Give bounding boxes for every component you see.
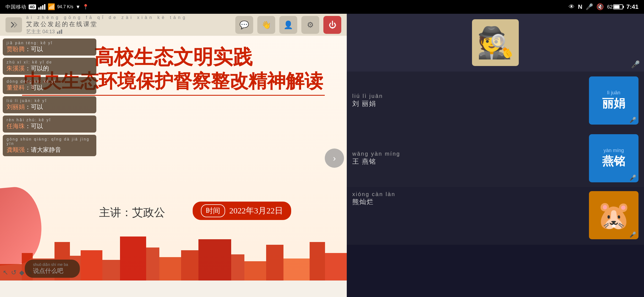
mute-icon: 🔇 — [596, 3, 604, 10]
location-icon: 📍 — [83, 4, 89, 10]
msg-content-3: 刘丽娟：可以 — [7, 103, 47, 111]
msg-content-5: 龚顺强：请大家静音 — [7, 146, 92, 154]
participant-wang-mute-icon: 🎤 — [629, 174, 636, 181]
user-button[interactable]: 👤 — [279, 16, 297, 34]
participant-card-xiong-canlan: xióng càn làn 熊灿烂 🐹 🎤 — [347, 187, 644, 245]
download-icon: ▼ — [75, 4, 80, 10]
chat-message-3: liú lì juān: kě yǐ 刘丽娟：可以 — [3, 96, 96, 113]
tool-undo-icon[interactable]: ↺ — [11, 269, 17, 276]
presenter-info: 主讲：艾政公 — [99, 205, 165, 220]
chat-messages: jiǎ pàn téng: kě yǐ 贾盼腾：可以 zhū xī xī: kě… — [3, 38, 96, 156]
eye-icon: 👁 — [569, 3, 575, 10]
participant-wang-pinyin: wāng yàn míng — [352, 151, 583, 157]
right-panel-bottom — [347, 245, 644, 297]
msg-pinyin-5: gōng shùn qiáng: qǐng dà jiā jìng yīn — [7, 137, 92, 146]
msg-content-2: 董登科：可以 — [7, 84, 56, 92]
next-button[interactable]: › — [325, 148, 344, 168]
tool-arrow-icon[interactable]: ↖ — [3, 269, 8, 276]
participant-liu-avatar: lì juān 丽娟 🎤 — [589, 76, 638, 125]
participant-xiong-pinyin: xióng càn làn — [352, 191, 583, 197]
status-right: 👁 N 🎤 🔇 62 7:41 — [569, 3, 638, 10]
participant-xiong-name: 熊灿烂 — [352, 197, 583, 206]
participant-top-mute-icon: 🎤 — [631, 60, 640, 69]
participant-liu-av-cn: 丽娟 — [602, 96, 625, 111]
msg-pinyin-1: zhū xī xī: kě yǐ de — [7, 60, 52, 64]
msg-pinyin-3: liú lì juān: kě yǐ — [7, 98, 47, 103]
main-content-area: ài zhèng gōng fā qǐ de zài xiàn kè táng … — [0, 14, 347, 297]
top-bar-icons: 💬 👋 👤 ⚙ ⏻ — [235, 16, 341, 34]
status-bar: 中国移动 4G 📶 94.7 K/s ▼ 📍 👁 N 🎤 🔇 62 7:41 — [0, 0, 644, 14]
msg-pinyin-2: dòng dēng kē: kě yǐ — [7, 79, 56, 84]
msg-content-4: 任海珠：可以 — [7, 122, 51, 130]
participant-liu-name: 刘 丽娟 — [352, 99, 583, 108]
slide-area: 高校生态文明实践 中央生态环境保护督察整改精神解读 jiǎ pàn téng: … — [0, 36, 347, 280]
participant-card-liu-lijuan: liú lì juān 刘 丽娟 lì juān 丽娟 🎤 — [347, 72, 644, 129]
power-button[interactable]: ⏻ — [323, 16, 341, 34]
msg-pinyin-0: jiǎ pàn téng: kě yǐ — [7, 41, 53, 45]
msg-content-1: 朱溪溪：可以的 — [7, 64, 52, 73]
tool-diamond-icon[interactable]: ◆ — [19, 269, 24, 276]
carrier-text: 中国移动 — [6, 4, 26, 10]
course-title-section: ài zhèng gōng fā qǐ de zài xiàn kè táng … — [26, 15, 235, 35]
settings-button[interactable]: ⚙ — [301, 16, 319, 34]
time-label: 时间 — [201, 204, 225, 217]
hand-button[interactable]: 👋 — [257, 16, 275, 34]
chat-message-1: zhū xī xī: kě yǐ de 朱溪溪：可以的 — [3, 58, 96, 75]
participant-xiong-avatar: 🐹 🎤 — [589, 191, 638, 239]
chat-input-area[interactable]: shuō diǎn shí me ba 说点什么吧 — [25, 260, 80, 278]
time-badge: 时间 2022年3月22日 — [193, 202, 291, 220]
n-icon: N — [578, 3, 582, 10]
collapse-icon — [10, 21, 18, 29]
status-left: 中国移动 4G 📶 94.7 K/s ▼ 📍 — [6, 3, 89, 10]
course-subtitle: 艺主主 04:13 — [26, 28, 55, 35]
chat-input-pinyin: shuō diǎn shí me ba — [33, 262, 72, 267]
course-title: 艾政公发起的在线课堂 — [26, 20, 235, 28]
participant-wang-name: 王 燕铭 — [352, 157, 583, 166]
participant-avatar-detective: 🕵️ — [472, 19, 519, 66]
collapse-button[interactable] — [6, 17, 22, 32]
chat-button[interactable]: 💬 — [235, 16, 253, 34]
participant-liu-pinyin: liú lì juān — [352, 93, 583, 99]
participant-liu-mute-icon: 🎤 — [629, 117, 636, 123]
chat-message-5: gōng shùn qiáng: qǐng dà jiā jìng yīn 龚顺… — [3, 135, 96, 156]
battery-indicator: 62 — [607, 4, 623, 10]
participant-top: 🕵️ 🎤 — [347, 14, 644, 72]
participant-xiong-mute-icon: 🎤 — [629, 231, 636, 238]
chat-message-4: rèn hǎi zhū: kě yǐ 任海珠：可以 — [3, 116, 96, 133]
msg-content-0: 贾盼腾：可以 — [7, 45, 53, 53]
course-info: 艺主主 04:13 — [26, 28, 235, 35]
time-display: 7:41 — [626, 3, 638, 10]
right-panel: 🕵️ 🎤 liú lì juān 刘 丽娟 lì juān 丽娟 🎤 wāng … — [347, 14, 644, 297]
msg-pinyin-4: rèn hǎi zhū: kě yǐ — [7, 118, 51, 122]
participant-wang-avatar: yàn míng 燕铭 🎤 — [589, 134, 638, 182]
chat-message-2: dòng dēng kē: kě yǐ 董登科：可以 — [3, 77, 96, 94]
participant-wang-av-cn: 燕铭 — [602, 153, 625, 169]
mic-icon: 🎤 — [586, 3, 593, 10]
time-value: 2022年3月22日 — [229, 205, 283, 216]
participant-card-wang-yanming: wāng yàn míng 王 燕铭 yàn míng 燕铭 🎤 — [347, 129, 644, 187]
chat-message-0: jiǎ pàn téng: kě yǐ 贾盼腾：可以 — [3, 38, 96, 56]
signal-bars — [38, 4, 45, 10]
chat-input-placeholder: 说点什么吧 — [33, 267, 72, 275]
participant-wang-av-pinyin: yàn míng — [604, 148, 624, 153]
participant-liu-av-pinyin: lì juān — [607, 90, 620, 96]
wifi-icon: 📶 — [48, 3, 55, 10]
network-badge: 4G — [29, 4, 36, 9]
speed-text: 94.7 K/s — [57, 4, 73, 9]
battery-level: 62 — [607, 4, 613, 10]
top-bar: ài zhèng gōng fā qǐ de zài xiàn kè táng … — [0, 14, 347, 36]
course-pinyin: ài zhèng gōng fā qǐ de zài xiàn kè táng — [26, 15, 235, 20]
course-signal — [57, 29, 62, 34]
